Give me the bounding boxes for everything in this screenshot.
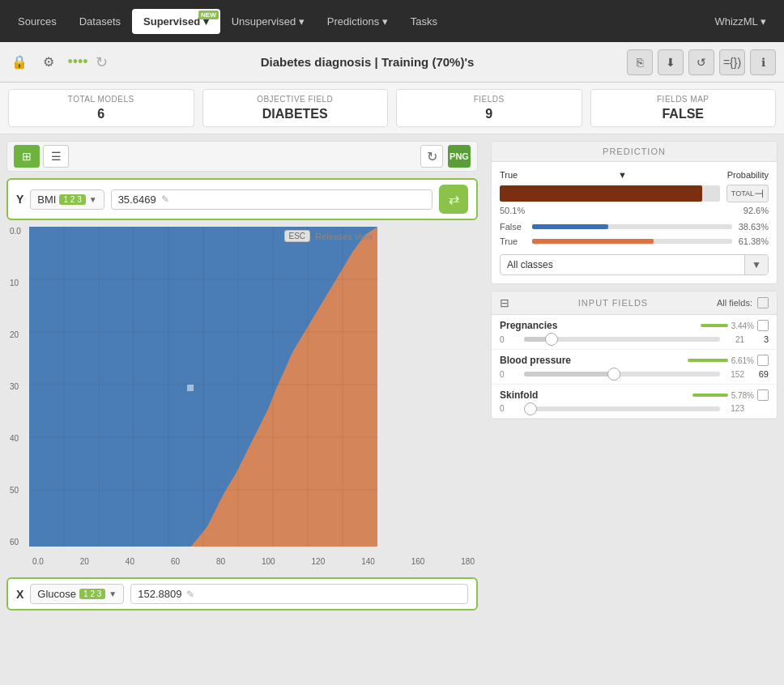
field-skinfold-pct-area: 5.78%: [692, 389, 769, 401]
prediction-main-values: 50.1% 92.6%: [500, 206, 769, 215]
stat-fields-label: FIELDS: [405, 95, 573, 104]
prediction-main-label: 50.1%: [500, 206, 525, 215]
info-button[interactable]: ℹ: [750, 49, 776, 75]
pregnancies-pct-bar: [701, 324, 728, 327]
x-field-badge: 1 2 3: [79, 589, 105, 599]
top-navigation: Sources Datasets Supervised NEW ▾ Unsupe…: [0, 0, 784, 42]
field-skinfold: Skinfold 5.78% 0 123: [492, 385, 777, 419]
prediction-main-pct: 92.6%: [744, 206, 769, 215]
lock-icon[interactable]: 🔒: [8, 51, 31, 74]
new-badge: NEW: [198, 11, 219, 19]
stat-objective-field-label: OBJECTIVE FIELD: [211, 95, 380, 104]
pregnancies-slider[interactable]: [524, 337, 720, 342]
pregnancies-max: 21: [725, 335, 744, 344]
y-field-select[interactable]: BMI 1 2 3 ▼: [30, 189, 104, 210]
field-blood-pressure-name: Blood pressure: [500, 355, 571, 366]
y-axis-label: Y: [16, 193, 23, 206]
prediction-probability-label: Probability: [727, 170, 769, 180]
field-pregnancies-pct-area: 3.44%: [701, 320, 769, 331]
y-axis-value: 35.6469: [118, 194, 156, 206]
nav-item-sources[interactable]: Sources: [6, 9, 68, 34]
prediction-content: True ▼ Probability TOTAL ⊣ 50.1% 9: [492, 162, 777, 283]
left-panel: ⊞ ☰ ↻ PNG Y BMI 1 2 3 ▼ 35.6469 ✎ ⇄: [0, 134, 484, 617]
swap-axes-button[interactable]: ⇄: [439, 185, 468, 214]
png-export-button[interactable]: PNG: [448, 145, 471, 168]
pregnancies-checkbox[interactable]: [757, 320, 769, 331]
code-button[interactable]: ={}): [719, 49, 745, 75]
prediction-false-fill: [532, 224, 608, 229]
x-value-input[interactable]: 152.8809 ✎: [130, 584, 468, 604]
prediction-col1-label: True: [500, 170, 518, 180]
x-field-select[interactable]: Glucose 1 2 3 ▼: [30, 584, 124, 604]
esc-badge[interactable]: ESC: [284, 230, 311, 242]
y-field-badge: 1 2 3: [59, 194, 85, 205]
refresh-chart-button[interactable]: ↻: [420, 145, 443, 168]
x-field-name: Glucose: [37, 588, 76, 600]
prediction-true-fill: [532, 239, 654, 244]
stat-total-models-label: TOTAL MODELS: [17, 95, 185, 104]
pregnancies-range-row: 0 21 3: [500, 334, 769, 344]
nav-item-tasks[interactable]: Tasks: [399, 9, 449, 34]
field-skinfold-name: Skinfold: [500, 389, 538, 401]
prediction-main-fill: [500, 185, 702, 202]
prediction-true-bar: [532, 239, 732, 244]
x-field-arrow-icon: ▼: [109, 589, 117, 598]
skinfold-checkbox[interactable]: [757, 389, 769, 401]
refresh-button[interactable]: ↺: [688, 49, 714, 75]
view-buttons: ⊞ ☰: [14, 145, 69, 168]
skinfold-max: 123: [725, 404, 744, 413]
input-fields-title: INPUT FIELDS: [514, 298, 712, 308]
field-skinfold-header: Skinfold 5.78%: [500, 389, 769, 401]
nav-item-predictions[interactable]: Predictions ▾: [316, 9, 399, 34]
stat-objective-field-value: DIABETES: [211, 107, 380, 121]
y-field-name: BMI: [37, 194, 56, 206]
blood-pressure-slider[interactable]: [524, 372, 720, 377]
stat-total-models-value: 6: [17, 107, 185, 121]
field-pregnancies-pct: 3.44%: [731, 321, 754, 330]
prediction-false-bar: [532, 224, 732, 229]
releases-view-label[interactable]: Releases view: [315, 232, 373, 241]
prediction-panel: PREDICTION True ▼ Probability TOTAL ⊣: [491, 141, 778, 284]
input-fields-panel: ⊟ INPUT FIELDS All fields: Pregnancies 3…: [491, 291, 778, 419]
nav-item-supervised[interactable]: Supervised NEW ▾: [132, 9, 220, 34]
x-axis-selector: X Glucose 1 2 3 ▼ 152.8809 ✎: [6, 577, 478, 611]
blood-pressure-checkbox[interactable]: [757, 355, 769, 366]
classes-dropdown[interactable]: All classes ▼: [500, 254, 769, 275]
prediction-row-header: True ▼ Probability: [500, 170, 769, 180]
blood-pressure-pct-bar: [688, 359, 728, 362]
chart-wrapper: 60 50 40 30 20 10 0.0 ESC Releases view: [6, 227, 478, 549]
filter-icon: ⊟: [500, 296, 509, 309]
prediction-true-row: True 61.38%: [500, 236, 769, 246]
download-button[interactable]: ⬇: [658, 49, 684, 75]
view-right-actions: ↻ PNG: [420, 145, 471, 168]
classes-dropdown-arrow-icon[interactable]: ▼: [744, 255, 768, 274]
prediction-total-button[interactable]: TOTAL ⊣: [726, 185, 769, 202]
nav-whizzml[interactable]: WhizzML ▾: [703, 9, 778, 34]
blood-pressure-range-row: 0 152 69: [500, 369, 769, 379]
nav-item-unsupervised[interactable]: Unsupervised ▾: [220, 9, 316, 34]
y-axis-labels: 60 50 40 30 20 10 0.0: [6, 227, 29, 547]
prediction-false-label: False: [500, 222, 526, 232]
stat-objective-field: OBJECTIVE FIELD DIABETES: [202, 89, 389, 127]
y-edit-icon[interactable]: ✎: [161, 194, 169, 205]
stat-fields-value: 9: [405, 107, 573, 121]
copy-button[interactable]: ⎘: [627, 49, 653, 75]
field-pregnancies-header: Pregnancies 3.44%: [500, 320, 769, 331]
skinfold-slider[interactable]: [524, 406, 720, 411]
x-edit-icon[interactable]: ✎: [186, 589, 194, 600]
all-fields-checkbox[interactable]: [757, 297, 769, 308]
right-panel: PREDICTION True ▼ Probability TOTAL ⊣: [484, 134, 784, 617]
field-skinfold-pct: 5.78%: [731, 391, 754, 400]
settings-icon[interactable]: ⚙: [37, 51, 60, 74]
stat-fields: FIELDS 9: [396, 89, 582, 127]
dots-icon[interactable]: ••••: [66, 51, 89, 74]
view-switcher: ⊞ ☰ ↻ PNG: [6, 141, 478, 172]
skinfold-min: 0: [500, 404, 519, 413]
classes-dropdown-value: All classes: [501, 255, 744, 274]
list-view-button[interactable]: ☰: [43, 145, 69, 168]
field-blood-pressure: Blood pressure 6.61% 0 152 69: [492, 350, 777, 385]
prediction-chart: [29, 227, 377, 547]
grid-view-button[interactable]: ⊞: [14, 145, 40, 168]
y-value-input[interactable]: 35.6469 ✎: [111, 189, 432, 210]
nav-item-datasets[interactable]: Datasets: [68, 9, 132, 34]
